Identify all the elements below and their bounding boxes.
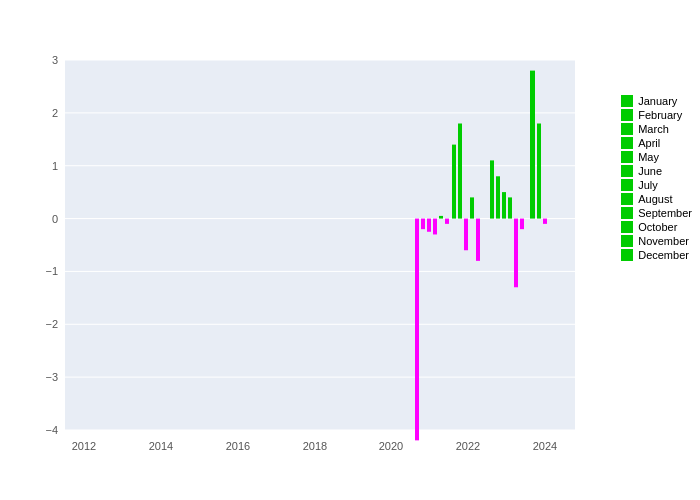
x-label-2016: 2016 <box>226 440 250 452</box>
bar-2022-3 <box>464 219 468 251</box>
y-label-n2: −2 <box>45 318 58 330</box>
legend-label-september: September <box>638 207 692 219</box>
legend: January February March April May June Ju… <box>621 95 692 261</box>
legend-item-march: March <box>621 123 692 135</box>
bar-2022-2 <box>458 124 462 219</box>
bar-2022-4 <box>470 197 474 218</box>
bar-2021-5 <box>439 216 443 219</box>
chart-container: 3 2 1 0 −1 −2 −3 −4 2012 2014 2016 2018 … <box>0 0 700 500</box>
legend-item-november: November <box>621 235 692 247</box>
y-label-n4: −4 <box>45 424 58 436</box>
legend-color-october <box>621 221 633 233</box>
bar-2021-1 <box>415 219 419 441</box>
legend-color-april <box>621 137 633 149</box>
legend-item-january: January <box>621 95 692 107</box>
bar-2024-2 <box>537 124 541 219</box>
bar-2023-2 <box>496 176 500 218</box>
x-label-2020: 2020 <box>379 440 403 452</box>
legend-label-february: February <box>638 109 682 121</box>
plot-background <box>65 60 575 430</box>
legend-item-october: October <box>621 221 692 233</box>
legend-label-august: August <box>638 193 672 205</box>
y-label-n1: −1 <box>45 265 58 277</box>
bar-2021-6 <box>445 219 449 224</box>
legend-label-june: June <box>638 165 662 177</box>
legend-item-august: August <box>621 193 692 205</box>
legend-item-september: September <box>621 207 692 219</box>
chart-svg: 3 2 1 0 −1 −2 −3 −4 2012 2014 2016 2018 … <box>0 0 700 500</box>
x-label-2024: 2024 <box>533 440 557 452</box>
legend-color-june <box>621 165 633 177</box>
legend-color-august <box>621 193 633 205</box>
bar-2021-4 <box>433 219 437 235</box>
legend-color-february <box>621 109 633 121</box>
legend-label-october: October <box>638 221 677 233</box>
y-label-n3: −3 <box>45 371 58 383</box>
legend-item-april: April <box>621 137 692 149</box>
legend-label-december: December <box>638 249 689 261</box>
bar-2022-5 <box>476 219 480 261</box>
bar-2021-2 <box>421 219 425 230</box>
legend-label-march: March <box>638 123 669 135</box>
y-label-3: 3 <box>52 54 58 66</box>
bar-2023-6 <box>520 219 524 230</box>
bar-2023-4 <box>508 197 512 218</box>
bar-2024-1 <box>530 71 535 219</box>
legend-color-january <box>621 95 633 107</box>
bar-2023-3 <box>502 192 506 218</box>
legend-label-january: January <box>638 95 677 107</box>
y-label-0: 0 <box>52 213 58 225</box>
legend-label-november: November <box>638 235 689 247</box>
legend-item-december: December <box>621 249 692 261</box>
y-label-1: 1 <box>52 160 58 172</box>
legend-label-july: July <box>638 179 658 191</box>
x-label-2012: 2012 <box>72 440 96 452</box>
x-label-2022: 2022 <box>456 440 480 452</box>
legend-item-may: May <box>621 151 692 163</box>
legend-item-june: June <box>621 165 692 177</box>
bar-2023-5 <box>514 219 518 288</box>
y-label-2: 2 <box>52 107 58 119</box>
legend-color-november <box>621 235 633 247</box>
legend-item-july: July <box>621 179 692 191</box>
legend-item-february: February <box>621 109 692 121</box>
x-label-2018: 2018 <box>303 440 327 452</box>
bar-2021-3 <box>427 219 431 232</box>
legend-color-september <box>621 207 633 219</box>
bar-2024-3 <box>543 219 547 224</box>
legend-color-december <box>621 249 633 261</box>
legend-color-july <box>621 179 633 191</box>
legend-label-april: April <box>638 137 660 149</box>
x-label-2014: 2014 <box>149 440 173 452</box>
legend-label-may: May <box>638 151 659 163</box>
bar-2022-1 <box>452 145 456 219</box>
legend-color-may <box>621 151 633 163</box>
bar-2023-1 <box>490 160 494 218</box>
legend-color-march <box>621 123 633 135</box>
